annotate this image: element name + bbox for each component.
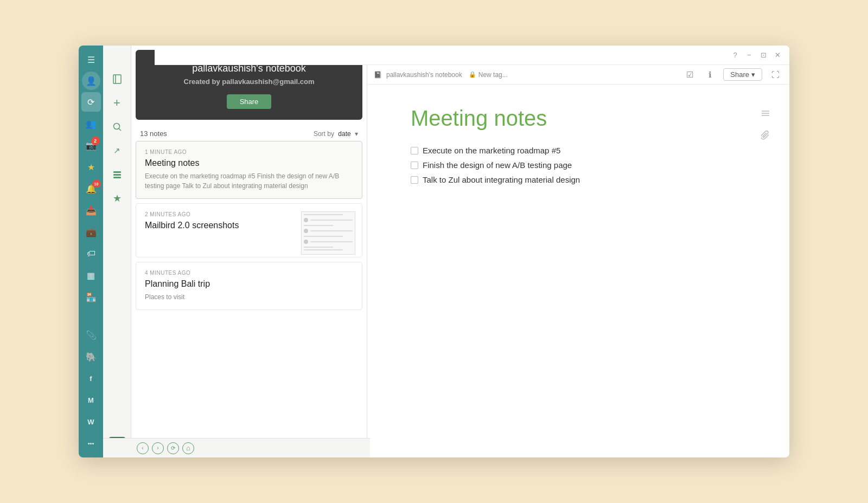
note-title-1: Meeting notes: [145, 158, 353, 168]
checklist-item-2: Finish the design of new A/B testing pag…: [411, 160, 757, 170]
share-label: Share: [730, 70, 749, 79]
table-icon[interactable]: ▦: [81, 266, 101, 285]
menu-icon[interactable]: ☰: [81, 50, 101, 69]
forward-nav-button[interactable]: ›: [152, 442, 164, 454]
svg-point-2: [113, 124, 119, 130]
svg-rect-6: [113, 177, 121, 178]
secondary-sidebar: + ↗ ★ P: [103, 46, 131, 457]
briefcase-icon[interactable]: 💼: [81, 222, 101, 242]
notes-scroll[interactable]: 1 minute ago Meeting notes Execute on th…: [131, 141, 367, 457]
icon-rail: ☰ 👤 ⟳ 👥 📷 2 ★ 🔔 10 📥 💼 🏷 ▦ 🏪 📎 🐘 f: [79, 46, 103, 457]
home-nav-button[interactable]: ⌂: [182, 442, 194, 454]
lock-icon: 🔒: [469, 71, 476, 78]
note-tools: [758, 106, 773, 143]
fake-line: [304, 249, 343, 250]
search-sidebar-icon[interactable]: [107, 117, 127, 137]
breadcrumb-notebook-icon: 📓: [374, 71, 382, 79]
checkbox-3[interactable]: [411, 176, 418, 184]
app-window: ? − ⊡ ✕ ☰ 👤 ⟳ 👥 📷 2 ★ 🔔 10 📥 💼 🏷 ▦ 🏪: [79, 46, 789, 457]
fake-row: [304, 240, 353, 244]
content-header: 📓 pallavkaushish's notebook 🔒 New tag...…: [367, 65, 789, 85]
fake-dot: [304, 240, 308, 244]
sync-icon[interactable]: ⟳: [81, 92, 101, 112]
checklist-text-3: Talk to Zul about integrating material d…: [423, 175, 580, 184]
camera-icon: 📷: [86, 140, 97, 151]
note-timestamp-3: 4 minutes ago: [145, 270, 353, 276]
note-title-3: Planning Bali trip: [145, 279, 353, 289]
fake-line: [310, 220, 353, 221]
badge-count: 2: [92, 137, 100, 144]
breadcrumb-notebook-name[interactable]: pallavkaushish's notebook: [386, 71, 462, 79]
minimize-button[interactable]: −: [744, 50, 755, 61]
notebook-sidebar-icon[interactable]: [107, 69, 127, 89]
bottom-nav-bar: ‹ › ⟳ ⌂: [131, 438, 370, 457]
app-body: ☰ 👤 ⟳ 👥 📷 2 ★ 🔔 10 📥 💼 🏷 ▦ 🏪 📎 🐘 f: [79, 46, 789, 457]
gmail-icon[interactable]: M: [81, 390, 101, 410]
fake-line: [310, 241, 353, 242]
back-nav-button[interactable]: ‹: [137, 442, 149, 454]
notes-controls: 13 notes Sort by date ▾: [131, 124, 367, 141]
list-sidebar-icon[interactable]: [107, 165, 127, 184]
checklist-item-1: Execute on the marketing roadmap #5: [411, 146, 757, 155]
tag-control[interactable]: 🔒 New tag...: [469, 71, 508, 79]
star-sidebar-icon[interactable]: ★: [107, 189, 127, 208]
notifications-count: 10: [92, 180, 101, 188]
profile-icon[interactable]: 👤: [82, 72, 100, 90]
inbox-icon[interactable]: 📥: [81, 201, 101, 220]
group-icon[interactable]: 👥: [81, 114, 101, 133]
note-list-panel: ℹ pallavkaushish's notebook Created by p…: [131, 46, 367, 457]
checkbox-icon-button[interactable]: ☑: [682, 67, 697, 82]
whatsapp-icon[interactable]: W: [81, 412, 101, 431]
sort-label: Sort by: [314, 130, 334, 138]
tag-icon[interactable]: 🏷: [81, 244, 101, 263]
sort-control[interactable]: Sort by date ▾: [314, 130, 358, 138]
checkbox-1[interactable]: [411, 147, 418, 154]
note-content-area[interactable]: Meeting notes Execute on the marketing r…: [367, 85, 789, 457]
new-note-sidebar-button[interactable]: +: [107, 93, 127, 113]
note-main-title: Meeting notes: [411, 106, 757, 131]
attachment-tool-icon[interactable]: [758, 128, 773, 143]
camera-badge-icon[interactable]: 📷 2: [81, 136, 101, 155]
info-icon-button[interactable]: ℹ: [703, 67, 718, 82]
sort-dropdown-icon: ▾: [355, 130, 358, 138]
share-dropdown-icon: ▾: [751, 70, 755, 79]
maximize-button[interactable]: ⊡: [758, 50, 769, 61]
checklist-text-1: Execute on the marketing roadmap #5: [423, 146, 560, 155]
tag-label: New tag...: [478, 71, 508, 79]
notebook-share-button[interactable]: Share: [227, 94, 272, 109]
more-dots-icon[interactable]: •••: [81, 434, 101, 453]
clip-icon[interactable]: 📎: [81, 325, 101, 345]
facebook-icon[interactable]: f: [81, 369, 101, 388]
titlebar: ? − ⊡ ✕: [155, 46, 789, 65]
fake-line: [310, 230, 353, 231]
rail-bottom: 📎 🐘 f M W •••: [81, 325, 101, 453]
fake-line: [304, 236, 343, 237]
screenshot-preview: [302, 212, 355, 254]
note-preview-3: Places to visit: [145, 292, 353, 302]
favorites-icon[interactable]: ★: [81, 157, 101, 177]
evernote-bottom-icon[interactable]: 🐘: [81, 347, 101, 366]
fake-dot: [304, 218, 308, 222]
notifications-badge-icon[interactable]: 🔔 10: [81, 179, 101, 198]
store-icon[interactable]: 🏪: [81, 287, 101, 307]
fake-row: [304, 218, 353, 222]
share-header-button[interactable]: Share ▾: [723, 68, 762, 81]
checkbox-2[interactable]: [411, 162, 418, 169]
close-button[interactable]: ✕: [772, 50, 783, 61]
note-card-mailbird[interactable]: 2 minutes ago Mailbird 2.0 screenshots: [136, 203, 362, 257]
fake-dot: [304, 229, 308, 233]
share-sidebar-icon[interactable]: ↗: [107, 141, 127, 160]
sort-value: date: [338, 130, 350, 138]
sidebar-bottom-bar: [103, 438, 131, 457]
note-card-meeting-notes[interactable]: 1 minute ago Meeting notes Execute on th…: [136, 141, 362, 199]
note-image-mailbird: [301, 211, 355, 255]
note-card-bali[interactable]: 4 minutes ago Planning Bali trip Places …: [136, 262, 362, 310]
refresh-nav-button[interactable]: ⟳: [167, 442, 179, 454]
fullscreen-icon-button[interactable]: ⛶: [768, 67, 783, 82]
help-button[interactable]: ?: [730, 50, 741, 61]
fake-row: [304, 229, 353, 233]
list-tool-icon[interactable]: [758, 106, 773, 121]
svg-rect-0: [113, 75, 121, 83]
header-actions: ☑ ℹ Share ▾ ⛶: [682, 67, 783, 82]
fake-line: [304, 247, 333, 248]
